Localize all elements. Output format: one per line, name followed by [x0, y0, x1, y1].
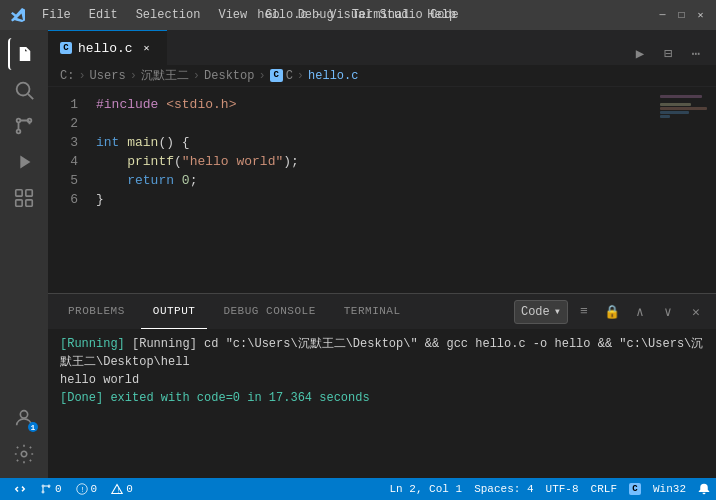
terminal-line-2: hello world — [60, 371, 704, 389]
code-line-3: int main() { — [96, 133, 656, 152]
svg-point-13 — [42, 491, 44, 493]
line-number-5: 5 — [48, 171, 78, 190]
line-number-3: 3 — [48, 133, 78, 152]
svg-point-11 — [42, 485, 44, 487]
panel: PROBLEMS OUTPUT DEBUG CONSOLE TERMINAL C… — [48, 293, 716, 478]
terminal-line-3: [Done] exited with code=0 in 17.364 seco… — [60, 389, 704, 407]
status-git-branch[interactable]: 0 — [34, 478, 68, 500]
tab-problems[interactable]: PROBLEMS — [56, 294, 137, 329]
minimap-content — [656, 87, 716, 127]
menu-view[interactable]: View — [210, 6, 255, 24]
breadcrumb-desktop[interactable]: Desktop — [204, 69, 254, 83]
code-line-5: return 0; — [96, 171, 656, 190]
breadcrumb-c[interactable]: C: — [60, 69, 74, 83]
breadcrumb-lang: C C — [270, 69, 293, 83]
search-icon[interactable] — [8, 74, 40, 106]
tab-terminal[interactable]: TERMINAL — [332, 294, 413, 329]
tab-hello-c[interactable]: C hello.c ✕ — [48, 30, 167, 65]
tab-output[interactable]: OUTPUT — [141, 294, 208, 329]
title-bar: File Edit Selection View Go Debug Termin… — [0, 0, 716, 30]
main-content: 1 C hello.c ✕ ▶ ⊟ ⋯ C: › Users — [0, 30, 716, 478]
warnings-count: 0 — [126, 483, 133, 495]
terminal-line-1: [Running] [Running] cd "c:\Users\沉默王二\De… — [60, 335, 704, 371]
panel-close-icon[interactable]: ✕ — [684, 300, 708, 324]
panel-tab-bar: PROBLEMS OUTPUT DEBUG CONSOLE TERMINAL C… — [48, 294, 716, 329]
status-right: Ln 2, Col 1 Spaces: 4 UTF-8 CRLF C Win32 — [384, 478, 716, 500]
window-controls: ─ □ ✕ — [657, 10, 706, 21]
minimize-button[interactable]: ─ — [657, 10, 668, 21]
status-bar: 0 ! 0 ! 0 Ln 2, Col 1 Spaces: 4 UTF-8 CR… — [0, 478, 716, 500]
explorer-icon[interactable] — [8, 38, 40, 70]
status-eol[interactable]: CRLF — [585, 478, 623, 500]
code-line-6: } — [96, 190, 656, 209]
tab-debug-console[interactable]: DEBUG CONSOLE — [211, 294, 327, 329]
panel-dropdown[interactable]: Code ▾ — [514, 300, 568, 324]
menu-edit[interactable]: Edit — [81, 6, 126, 24]
window-title: hello.c - Visual Studio Code — [257, 8, 459, 22]
run-debug-icon[interactable] — [8, 146, 40, 178]
status-cursor-position[interactable]: Ln 2, Col 1 — [384, 478, 469, 500]
panel-list-icon[interactable]: ≡ — [572, 300, 596, 324]
errors-count: 0 — [91, 483, 98, 495]
extensions-icon[interactable] — [8, 182, 40, 214]
menu-file[interactable]: File — [34, 6, 79, 24]
tab-label: hello.c — [78, 41, 133, 56]
status-left: 0 ! 0 ! 0 — [0, 478, 139, 500]
status-errors[interactable]: ! 0 — [70, 478, 104, 500]
run-button[interactable]: ▶ — [628, 41, 652, 65]
activity-bottom: 1 — [8, 402, 40, 470]
activity-bar: 1 — [0, 30, 48, 478]
git-branch-label: 0 — [55, 483, 62, 495]
panel-lock-icon[interactable]: 🔒 — [600, 300, 624, 324]
minimap — [656, 87, 716, 293]
status-platform[interactable]: Win32 — [647, 478, 692, 500]
tab-actions: ▶ ⊟ ⋯ — [628, 41, 716, 65]
more-actions-button[interactable]: ⋯ — [684, 41, 708, 65]
panel-chevron-down-icon[interactable]: ∨ — [656, 300, 680, 324]
code-editor[interactable]: 1 2 3 4 5 6 #include <stdio.h> int main(… — [48, 87, 716, 293]
breadcrumb-users[interactable]: Users — [90, 69, 126, 83]
account-icon[interactable]: 1 — [8, 402, 40, 434]
svg-rect-5 — [16, 190, 22, 196]
tab-close-button[interactable]: ✕ — [139, 40, 155, 56]
svg-rect-7 — [16, 200, 22, 206]
editor-area: C hello.c ✕ ▶ ⊟ ⋯ C: › Users › 沉默王二 › De… — [48, 30, 716, 478]
breadcrumb: C: › Users › 沉默王二 › Desktop › C C › hell… — [48, 65, 716, 87]
line-number-4: 4 — [48, 152, 78, 171]
line-number-6: 6 — [48, 190, 78, 209]
code-content[interactable]: #include <stdio.h> int main() { printf("… — [88, 87, 656, 293]
source-control-icon[interactable] — [8, 110, 40, 142]
svg-text:!: ! — [116, 487, 120, 495]
code-line-1: #include <stdio.h> — [96, 95, 656, 114]
status-warnings[interactable]: ! 0 — [105, 478, 139, 500]
breadcrumb-c-icon: C — [270, 69, 283, 82]
breadcrumb-lang-label[interactable]: C — [286, 69, 293, 83]
code-line-2 — [96, 114, 656, 133]
terminal-content[interactable]: [Running] [Running] cd "c:\Users\沉默王二\De… — [48, 329, 716, 478]
svg-line-1 — [28, 94, 33, 99]
status-language[interactable]: C — [623, 478, 647, 500]
menu-selection[interactable]: Selection — [128, 6, 209, 24]
split-editor-button[interactable]: ⊟ — [656, 41, 680, 65]
status-indent[interactable]: Spaces: 4 — [468, 478, 539, 500]
svg-rect-8 — [26, 200, 32, 206]
status-notifications[interactable] — [692, 478, 716, 500]
vscode-logo-icon — [10, 7, 26, 23]
dropdown-chevron-icon: ▾ — [554, 304, 561, 319]
svg-point-0 — [17, 83, 30, 96]
status-encoding[interactable]: UTF-8 — [540, 478, 585, 500]
code-line-4: printf("hello world"); — [96, 152, 656, 171]
breadcrumb-file[interactable]: hello.c — [308, 69, 358, 83]
maximize-button[interactable]: □ — [676, 10, 687, 21]
panel-chevron-up-icon[interactable]: ∧ — [628, 300, 652, 324]
close-button[interactable]: ✕ — [695, 10, 706, 21]
line-number-1: 1 — [48, 95, 78, 114]
dropdown-label: Code — [521, 305, 550, 319]
settings-icon[interactable] — [8, 438, 40, 470]
c-file-icon: C — [60, 42, 72, 54]
breadcrumb-user[interactable]: 沉默王二 — [141, 67, 189, 84]
status-remote[interactable] — [8, 478, 32, 500]
svg-point-9 — [20, 411, 27, 418]
svg-point-4 — [17, 130, 21, 134]
svg-rect-6 — [26, 190, 32, 196]
